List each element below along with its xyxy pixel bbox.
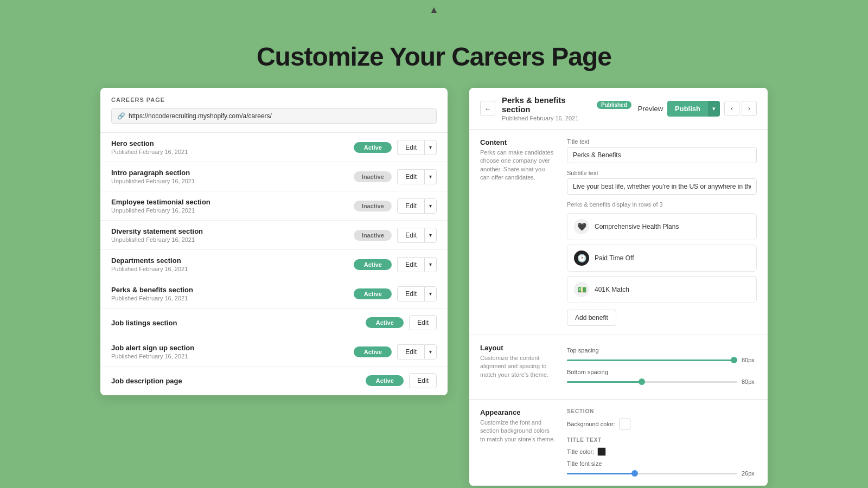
edit-button-group: Edit▾ <box>397 344 437 359</box>
edit-button[interactable]: Edit <box>409 315 437 330</box>
section-info: Departments sectionPublished February 16… <box>111 256 348 272</box>
top-spacing-track <box>567 359 737 361</box>
section-name: Intro paragraph section <box>111 169 348 177</box>
content-fields: Title text Subtitle text Perks & benefit… <box>567 138 757 326</box>
top-spacing-slider-row: 80px <box>567 357 757 363</box>
url-bar[interactable]: 🔗 https://nocoderecruiting.myshopify.com… <box>111 108 437 124</box>
bg-color-row: Background color: <box>567 419 757 429</box>
layout-section: Layout Customize the content alignment a… <box>469 335 768 400</box>
top-spacing-value: 80px <box>742 357 757 363</box>
section-info: Hero sectionPublished February 16, 2021 <box>111 139 348 155</box>
subtitle-text-input[interactable] <box>567 178 757 195</box>
status-badge: Active <box>354 142 392 153</box>
nav-next-button[interactable]: › <box>742 101 757 116</box>
back-button[interactable]: ← <box>480 101 495 116</box>
published-badge: Published <box>597 101 631 109</box>
layout-desc: Customize the content alignment and spac… <box>480 354 556 379</box>
section-date: Published February 16, 2021 <box>111 295 348 301</box>
section-info: Diversity statement sectionUnpublished F… <box>111 227 348 243</box>
edit-dropdown-button[interactable]: ▾ <box>424 344 437 359</box>
status-badge: Active <box>354 346 392 357</box>
edit-button-group: Edit▾ <box>397 169 437 184</box>
benefit-name: Paid Time Off <box>595 254 634 262</box>
section-date: Published February 16, 2021 <box>111 353 348 359</box>
title-color-label: Title color: <box>567 448 594 455</box>
title-text-input[interactable] <box>567 147 757 163</box>
section-row: Intro paragraph sectionUnpublished Febru… <box>100 162 448 191</box>
section-info: Job description page <box>111 377 360 385</box>
edit-dropdown-button[interactable]: ▾ <box>424 257 437 272</box>
font-size-thumb[interactable] <box>631 470 638 477</box>
editor-section-title: Perks & benefits section Published <box>502 95 631 114</box>
top-spacing-label: Top spacing <box>567 347 757 354</box>
editor-header-actions: Preview Publish ▾ ‹ › <box>638 101 757 117</box>
section-row: Job description pageActiveEdit <box>100 367 448 395</box>
preview-button[interactable]: Preview <box>638 105 663 113</box>
edit-dropdown-button[interactable]: ▾ <box>424 140 437 155</box>
edit-button[interactable]: Edit <box>397 198 424 214</box>
edit-dropdown-button[interactable]: ▾ <box>424 228 437 243</box>
edit-button[interactable]: Edit <box>397 286 424 301</box>
status-badge: Active <box>366 317 404 328</box>
section-row: Employee testimonial sectionUnpublished … <box>100 191 448 221</box>
font-size-value: 26px <box>742 470 757 477</box>
title-text-sub-label: TITLE TEXT <box>567 437 757 443</box>
publish-btn-group: Publish ▾ <box>667 101 720 117</box>
title-text-label: Title text <box>567 138 757 145</box>
bottom-spacing-thumb[interactable] <box>639 378 645 385</box>
font-size-row: 26px <box>567 470 757 477</box>
edit-button-group: Edit▾ <box>397 198 437 214</box>
section-info: Employee testimonial sectionUnpublished … <box>111 198 348 214</box>
top-spacing-thumb[interactable] <box>731 357 737 363</box>
section-date: Unpublished February 16, 2021 <box>111 207 348 214</box>
subtitle-text-label: Subtitle text <box>567 170 757 176</box>
font-size-track <box>567 473 737 474</box>
section-info: Intro paragraph sectionUnpublished Febru… <box>111 169 348 184</box>
title-color-swatch[interactable] <box>597 447 606 456</box>
layout-label: Layout <box>480 344 556 352</box>
benefit-name: Comprehensive Health Plans <box>595 223 679 230</box>
edit-dropdown-button[interactable]: ▾ <box>424 198 437 214</box>
publish-button[interactable]: Publish <box>667 101 708 117</box>
edit-button[interactable]: Edit <box>397 344 424 359</box>
appearance-label-col: Appearance Customize the font and sectio… <box>480 408 556 477</box>
layout-label-col: Layout Customize the content alignment a… <box>480 344 556 390</box>
edit-button-group: Edit▾ <box>397 140 437 155</box>
edit-dropdown-button[interactable]: ▾ <box>424 286 437 301</box>
benefit-item: 🕐Paid Time Off <box>567 245 757 272</box>
perks-display-label: Perks & benefits display in rows of 3 <box>567 201 757 208</box>
edit-button-group: Edit▾ <box>397 257 437 272</box>
status-badge: Inactive <box>354 201 392 211</box>
edit-button[interactable]: Edit <box>397 140 424 155</box>
heart-icon: 🖤 <box>574 219 589 234</box>
add-benefit-button[interactable]: Add benefit <box>567 310 616 326</box>
content-section-header: Content Perks can make candidates choose… <box>469 130 768 335</box>
nav-prev-button[interactable]: ‹ <box>724 101 739 116</box>
edit-button[interactable]: Edit <box>397 257 424 272</box>
section-date: Unpublished February 16, 2021 <box>111 236 348 243</box>
benefits-list: 🖤Comprehensive Health Plans🕐Paid Time Of… <box>567 213 757 303</box>
main-content: CAREERS PAGE 🔗 https://nocoderecruiting.… <box>0 88 868 486</box>
edit-button-group: Edit▾ <box>397 286 437 301</box>
editor-header: ← Perks & benefits section Published Pub… <box>469 88 768 130</box>
edit-button[interactable]: Edit <box>397 228 424 243</box>
section-name: Job alert sign up section <box>111 344 348 352</box>
edit-button[interactable]: Edit <box>397 169 424 184</box>
edit-dropdown-button[interactable]: ▾ <box>424 169 437 184</box>
content-section: Content Perks can make candidates choose… <box>469 130 768 335</box>
section-name: Departments section <box>111 256 348 265</box>
chevron-up-icon: ▲ <box>0 0 868 20</box>
edit-button[interactable]: Edit <box>409 373 437 388</box>
publish-dropdown-button[interactable]: ▾ <box>708 101 720 117</box>
sections-list: Hero sectionPublished February 16, 2021A… <box>100 133 448 395</box>
benefit-name: 401K Match <box>595 286 629 293</box>
bg-color-swatch[interactable] <box>620 419 630 429</box>
section-name: Job listings section <box>111 319 360 327</box>
appearance-section: Appearance Customize the font and sectio… <box>469 400 768 486</box>
section-sub-label: SECTION <box>567 408 757 414</box>
status-badge: Inactive <box>354 171 392 182</box>
section-date: Unpublished February 16, 2021 <box>111 178 348 184</box>
section-date: Published February 16, 2021 <box>111 266 348 272</box>
appearance-fields: SECTION Background color: TITLE TEXT Tit… <box>567 408 757 477</box>
careers-panel: CAREERS PAGE 🔗 https://nocoderecruiting.… <box>100 88 448 395</box>
